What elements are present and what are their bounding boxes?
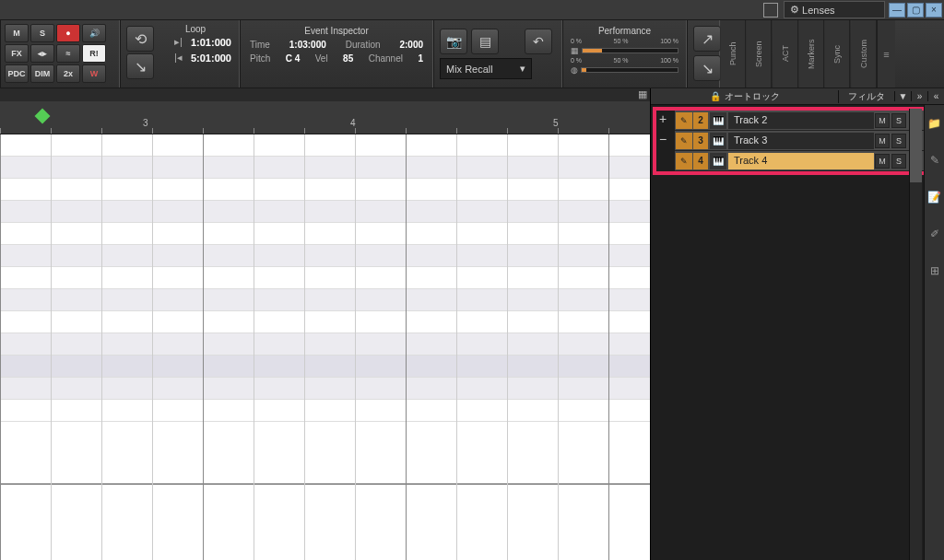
edit-icon[interactable]: ✐ xyxy=(925,216,944,252)
cpu-icon: ▦ xyxy=(571,46,579,55)
minimize-button[interactable]: — xyxy=(889,3,905,18)
gridline xyxy=(406,134,407,560)
mute-button[interactable]: M xyxy=(5,24,29,42)
write-button[interactable]: W xyxy=(82,64,106,83)
note-row[interactable] xyxy=(0,201,650,223)
note-row[interactable] xyxy=(0,245,650,267)
midi-icon[interactable]: 🎹 xyxy=(710,112,726,129)
title-bar: ⚙ Lenses — ▢ × xyxy=(0,0,944,20)
mix-recall-dropdown[interactable]: Mix Recall ▾ xyxy=(440,58,532,79)
gridline xyxy=(254,134,254,560)
pencil-icon[interactable]: ✎ xyxy=(925,142,944,179)
note-row[interactable] xyxy=(0,356,650,378)
close-button[interactable]: × xyxy=(926,3,942,18)
custom-tab[interactable]: Custom xyxy=(851,20,877,88)
note-row[interactable] xyxy=(0,223,650,245)
piano-roll-grid[interactable] xyxy=(0,134,650,560)
dim-button[interactable]: DIM xyxy=(30,64,54,83)
time-value[interactable]: 1:03:000 xyxy=(289,40,326,50)
note-row[interactable] xyxy=(0,267,650,289)
pencil-icon[interactable]: ✎ xyxy=(676,153,692,169)
filter-label[interactable]: フィルタ xyxy=(839,90,894,103)
gridline xyxy=(0,134,1,560)
read-button[interactable]: R! xyxy=(82,44,106,63)
midi-icon[interactable]: 🎹 xyxy=(710,153,726,169)
screen-tab[interactable]: Screen xyxy=(746,20,772,88)
loop-set-button[interactable]: ↘ xyxy=(126,53,154,79)
nudge-button[interactable]: ◂▸ xyxy=(30,44,54,63)
loop-end-value[interactable]: 5:01:000 xyxy=(191,52,231,64)
loop-start-value[interactable]: 1:01:000 xyxy=(191,37,231,48)
loop-toggle-button[interactable]: ⟲ xyxy=(126,26,154,52)
collapse-left-icon[interactable]: « xyxy=(927,91,944,101)
wave-button[interactable]: ≈ xyxy=(56,44,80,63)
track-name-field[interactable]: Track 2 xyxy=(728,112,874,129)
track-name-field[interactable]: Track 4 xyxy=(728,153,874,169)
vel-value[interactable]: 85 xyxy=(343,53,353,64)
track-row[interactable]: ✎2🎹Track 2MS▼ xyxy=(675,111,938,131)
note-row[interactable] xyxy=(0,400,650,422)
monitor-button[interactable]: 🔊 xyxy=(82,24,106,42)
pdc-button[interactable]: PDC xyxy=(5,64,29,83)
marker-add-button[interactable]: ↗ xyxy=(693,26,721,52)
timeline-ruler[interactable]: 3 4 5 xyxy=(0,101,650,134)
channel-value[interactable]: 1 xyxy=(418,53,423,64)
solo-button[interactable]: S xyxy=(30,24,54,42)
crop-icon[interactable] xyxy=(763,3,778,18)
track-scrollbar[interactable] xyxy=(909,109,922,560)
properties-icon[interactable]: ⊞ xyxy=(925,252,944,289)
channel-label: Channel xyxy=(369,53,403,64)
disk-icon: ◍ xyxy=(571,65,578,75)
track-name-field[interactable]: Track 3 xyxy=(728,133,874,149)
note-row[interactable] xyxy=(0,157,650,179)
remove-track-button[interactable]: − xyxy=(655,129,671,149)
record-button[interactable]: ● xyxy=(56,24,80,42)
filter-icon[interactable]: ▼ xyxy=(894,91,911,101)
track-solo-button[interactable]: S xyxy=(891,113,906,128)
track-solo-button[interactable]: S xyxy=(891,154,906,169)
lenses-dropdown[interactable]: ⚙ Lenses xyxy=(784,1,885,18)
note-row[interactable] xyxy=(0,289,650,311)
marker-jump-button[interactable]: ↘ xyxy=(693,55,721,81)
note-row[interactable] xyxy=(0,179,650,201)
track-number: 3 xyxy=(693,133,708,149)
document-icon[interactable]: ▤ xyxy=(471,29,499,54)
note-row[interactable] xyxy=(0,134,650,157)
duration-value[interactable]: 2:000 xyxy=(399,40,423,50)
track-solo-button[interactable]: S xyxy=(891,134,906,148)
maximize-button[interactable]: ▢ xyxy=(907,3,924,18)
pitch-value[interactable]: C 4 xyxy=(286,53,301,64)
pencil-icon[interactable]: ✎ xyxy=(676,133,692,149)
autolock-button[interactable]: 🔒 オートロック xyxy=(651,90,839,103)
window-buttons: — ▢ × xyxy=(889,3,942,18)
track-panel: 🔒 オートロック フィルタ ▼ » « + − ✎2🎹Track 2MS▼✎3🎹… xyxy=(650,88,944,560)
sync-tab[interactable]: Sync xyxy=(824,20,850,88)
expand-right-icon[interactable]: » xyxy=(911,91,927,101)
note-row[interactable] xyxy=(0,333,650,356)
folder-icon[interactable]: 📁 xyxy=(925,105,944,142)
track-row[interactable]: ✎3🎹Track 3MS▼ xyxy=(675,131,938,151)
markers-tab[interactable]: Markers xyxy=(798,20,824,88)
undo-button[interactable]: ↶ xyxy=(525,29,552,54)
note-row[interactable] xyxy=(0,422,650,484)
performance-panel: Performance 0 % 50 % 100 % ▦ 0 % 50 % 10… xyxy=(562,20,687,88)
midi-icon[interactable]: 🎹 xyxy=(710,133,726,149)
ruler-mark: 4 xyxy=(350,118,356,128)
fx-button[interactable]: FX xyxy=(5,44,29,63)
track-mute-button[interactable]: M xyxy=(875,113,890,128)
track-row[interactable]: ✎4🎹Track 4MS▼ xyxy=(675,151,938,171)
punch-tab[interactable]: Punch xyxy=(720,20,746,88)
menu-icon[interactable]: ≡ xyxy=(877,20,895,88)
note-icon[interactable]: 📝 xyxy=(925,179,944,216)
add-track-button[interactable]: + xyxy=(655,109,671,129)
gear-icon: ⚙ xyxy=(790,4,799,16)
gridline xyxy=(507,134,508,560)
2x-button[interactable]: 2x xyxy=(56,64,80,83)
camera-icon[interactable]: 📷 xyxy=(440,29,467,54)
track-mute-button[interactable]: M xyxy=(875,134,890,148)
note-row[interactable] xyxy=(0,378,650,400)
act-tab[interactable]: ACT xyxy=(773,20,798,88)
note-row[interactable] xyxy=(0,311,650,333)
track-mute-button[interactable]: M xyxy=(875,154,890,169)
pencil-icon[interactable]: ✎ xyxy=(676,112,692,129)
